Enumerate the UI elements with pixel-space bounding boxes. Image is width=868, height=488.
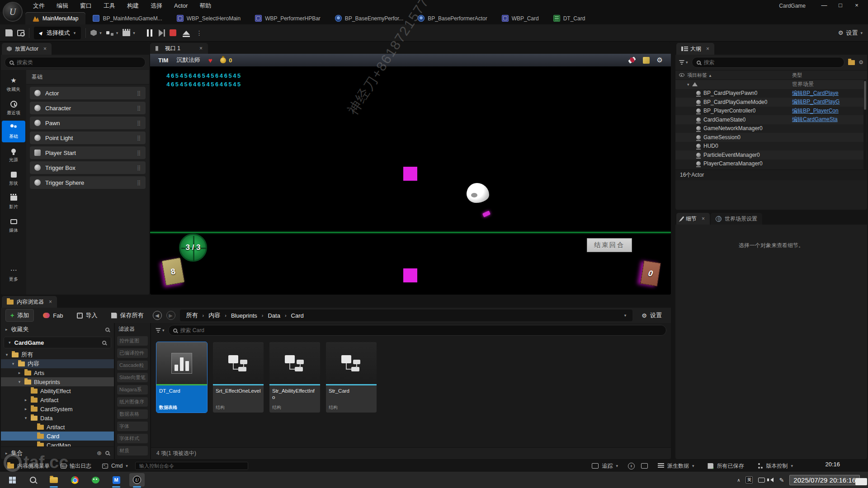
outliner-row[interactable]: BP_PlayerController0编辑BP_PlayerCon xyxy=(675,107,867,116)
unreal-logo-icon[interactable]: U xyxy=(3,2,23,22)
menu-tools[interactable]: 工具 xyxy=(98,0,121,12)
outliner-row[interactable]: HUD0 xyxy=(675,142,867,151)
outliner-tab[interactable]: 大纲× xyxy=(676,43,714,55)
outliner-row[interactable]: BP_CardPlayGameMode0编辑BP_CardPlayG xyxy=(675,98,867,107)
chevron-down-icon[interactable]: ▾ xyxy=(624,313,627,318)
place-item-player-start[interactable]: Player Start⣿ xyxy=(30,146,146,159)
maximize-button[interactable]: □ xyxy=(834,1,847,10)
outliner-row[interactable]: ParticleEventManager0 xyxy=(675,150,867,160)
search-icon[interactable] xyxy=(102,341,106,345)
discard-pile-card[interactable]: 0 xyxy=(640,260,661,286)
outliner-row[interactable]: GameSession0 xyxy=(675,133,867,142)
expand-arrow[interactable]: ▾ xyxy=(9,340,11,345)
taskbar-search-button[interactable] xyxy=(25,473,41,487)
file-explorer-button[interactable] xyxy=(46,473,61,487)
scrollbar[interactable] xyxy=(863,80,867,169)
breadcrumb-data[interactable]: Data xyxy=(268,312,280,319)
asset-search[interactable] xyxy=(168,325,666,336)
paint-tool-icon[interactable] xyxy=(628,56,636,64)
snapshot-icon[interactable] xyxy=(641,463,648,469)
cb-settings-button[interactable]: ⚙设置 xyxy=(637,310,666,321)
drag-handle-icon[interactable]: ⣿ xyxy=(137,120,141,126)
asset-srt-effectonelevel[interactable]: Srt_EffectOneLevel结构 xyxy=(213,342,264,413)
breadcrumb-blueprints[interactable]: Blueprints xyxy=(231,312,257,319)
close-icon[interactable]: × xyxy=(706,46,709,52)
network-monitor-icon[interactable] xyxy=(758,478,765,483)
close-icon[interactable]: × xyxy=(43,46,47,52)
asset-search-input[interactable] xyxy=(180,327,661,333)
outliner-row[interactable]: GameNetworkManager0 xyxy=(675,124,867,133)
source-control-button[interactable]: 版本控制▾ xyxy=(754,462,797,470)
console-input[interactable]: 输入控制台命令 xyxy=(135,462,248,470)
tree-item-blueprints[interactable]: ▾Blueprints xyxy=(1,377,114,386)
breadcrumb-card[interactable]: Card xyxy=(291,312,304,319)
tree-item-cardsystem[interactable]: ▸CardSystem xyxy=(1,404,114,413)
rail-cinematic[interactable]: 影片 xyxy=(2,191,25,213)
back-button[interactable]: ◀ xyxy=(153,311,162,320)
place-item-actor[interactable]: Actor⣿ xyxy=(30,87,146,99)
tab-dt-card[interactable]: DT_Card xyxy=(546,12,593,24)
add-button[interactable]: +添加 xyxy=(5,309,34,322)
rail-favorites[interactable]: ★收藏夹 xyxy=(2,74,25,95)
tab-bp-baseenemyperformer[interactable]: BP_BaseEnemyPerfor... xyxy=(328,12,410,24)
tab-bp-mainmenugamemode[interactable]: BP_MainMenuGameM... xyxy=(85,12,169,24)
eject-button[interactable] xyxy=(183,31,190,35)
browse-content-button[interactable] xyxy=(17,30,24,36)
visibility-eye-icon[interactable] xyxy=(679,73,684,77)
drag-handle-icon[interactable]: ⣿ xyxy=(137,165,141,171)
outliner-search-input[interactable] xyxy=(704,59,840,66)
expand-arrow[interactable]: ▸ xyxy=(5,451,8,455)
asset-dt-card[interactable]: DT_Card数据表格 xyxy=(156,342,207,413)
drag-handle-icon[interactable]: ⣿ xyxy=(137,180,141,186)
rail-media[interactable]: 媒体 xyxy=(2,215,25,236)
expand-arrow[interactable]: ▾ xyxy=(687,82,689,87)
filter-chip[interactable]: 纸片图像序 xyxy=(117,397,148,407)
close-button[interactable]: × xyxy=(850,1,863,10)
search-icon[interactable] xyxy=(105,328,109,332)
stop-button[interactable] xyxy=(170,29,176,36)
place-item-character[interactable]: Character⣿ xyxy=(30,102,146,114)
pause-button[interactable] xyxy=(147,29,152,37)
forward-button[interactable]: ▶ xyxy=(166,311,175,320)
outliner-settings-gear-icon[interactable]: ⚙ xyxy=(859,59,863,66)
menu-build[interactable]: 构建 xyxy=(121,0,145,12)
menu-file[interactable]: 文件 xyxy=(27,0,51,12)
breadcrumb-all[interactable]: 所有 xyxy=(186,311,198,319)
tab-wbp-card[interactable]: WBP_Card xyxy=(495,12,546,24)
end-turn-button[interactable]: 结束回合 xyxy=(587,238,632,252)
tab-wbp-performerhpbar[interactable]: WBP_PerformerHPBar xyxy=(248,12,328,24)
close-icon[interactable]: × xyxy=(49,299,52,305)
all-saved-button[interactable]: 所有已保存 xyxy=(704,462,747,470)
tab-wbp-selectheromain[interactable]: WBP_SelectHeroMain xyxy=(170,12,248,24)
place-item-trigger-sphere[interactable]: Trigger Sphere⣿ xyxy=(30,176,146,189)
filter-chip[interactable]: Niagara系 xyxy=(117,385,148,394)
close-icon[interactable]: × xyxy=(199,45,203,52)
project-selector[interactable]: ▾CardGame xyxy=(4,337,111,348)
tray-expand-icon[interactable]: ∧ xyxy=(737,478,740,483)
output-log-button[interactable]: 输出日志 xyxy=(57,460,95,472)
filter-chip[interactable]: Slate向量笔 xyxy=(117,373,148,382)
save-level-button[interactable] xyxy=(5,29,13,37)
filter-chip[interactable]: 字体样式 xyxy=(117,434,148,443)
outliner-row[interactable]: PlayerCameraManager0 xyxy=(675,160,867,169)
content-drawer-button[interactable]: 内容侧滑菜单 xyxy=(4,460,53,472)
place-actor-search[interactable] xyxy=(5,57,146,68)
filter-chip[interactable]: 已编译控件 xyxy=(117,348,148,358)
drag-handle-icon[interactable]: ⣿ xyxy=(137,105,141,111)
save-all-button[interactable]: 保存所有 xyxy=(107,310,148,321)
asset-cube-icon[interactable] xyxy=(643,57,650,64)
tree-item-cardmap[interactable]: CardMap xyxy=(1,441,114,446)
minimize-button[interactable]: — xyxy=(817,1,831,10)
details-tab[interactable]: 细节× xyxy=(676,213,710,225)
column-type[interactable]: 类型 xyxy=(792,72,863,79)
viewport-tab[interactable]: 视口 1× xyxy=(150,43,208,54)
new-folder-icon[interactable] xyxy=(848,60,855,65)
blueprints-dropdown-button[interactable]: ▾ xyxy=(106,30,118,36)
filter-chip[interactable]: Cascade粒 xyxy=(117,361,148,370)
tree-item-card-selected[interactable]: Card xyxy=(1,432,114,441)
tree-item-artifact[interactable]: ▸Artifact xyxy=(1,395,114,404)
asset-filter-button[interactable]: ▾ xyxy=(156,328,165,333)
tree-item-abilityeffect[interactable]: AbilityEffect xyxy=(1,386,114,395)
tree-item-data[interactable]: ▾Data xyxy=(1,413,114,422)
tab-bp-baseperformeractor[interactable]: BP_BasePerformerActor xyxy=(410,12,494,24)
